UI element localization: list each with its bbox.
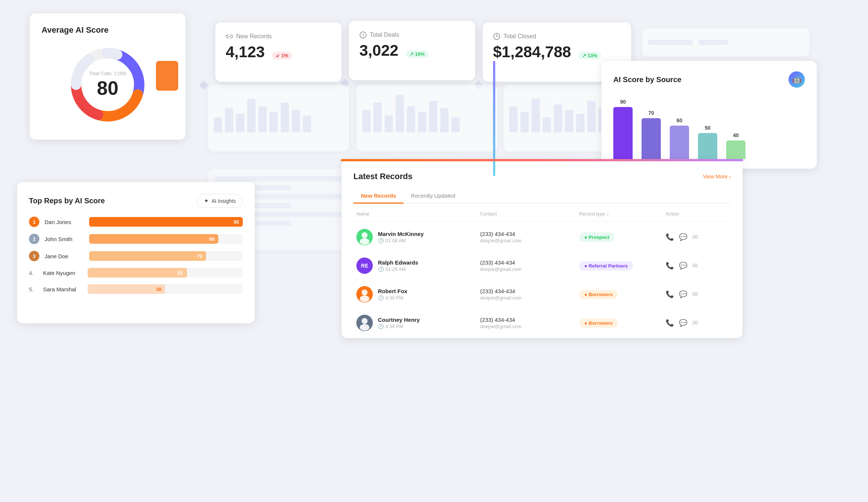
email-icon-4[interactable]: ✉ xyxy=(692,319,698,327)
donut-chart: Total Calls: 2,000 80 xyxy=(67,44,149,126)
record-row-2: RE Ralph Edwards 🕐 01:28 AM (233) 434-43… xyxy=(353,252,731,280)
badge-borrowers-3: ● Borrowers xyxy=(579,290,618,299)
rep-row-1: 1 Dan Jones 95 xyxy=(29,217,243,227)
rank-badge-2: 2 xyxy=(29,234,39,244)
bar-col-4: 50 xyxy=(698,125,717,159)
avg-ai-score-title: Average AI Score xyxy=(42,25,174,35)
avatar-marvin xyxy=(356,229,373,245)
svg-point-10 xyxy=(360,238,369,245)
source-avatar: 🤖 xyxy=(789,71,805,88)
donut-inner: Total Calls: 2,000 80 xyxy=(67,44,149,126)
record-row-1: Marvin McKinney 🕐 01:08 AM (233) 434-434… xyxy=(353,223,731,252)
message-icon-4[interactable]: 💬 xyxy=(679,319,687,327)
svg-point-16 xyxy=(360,324,369,331)
tab-new-records[interactable]: New Records xyxy=(353,189,404,204)
score-value: 80 xyxy=(97,77,118,99)
rep-row-3: 3 Jane Doe 72 xyxy=(29,251,243,261)
new-records-label: New Records xyxy=(226,33,331,40)
svg-point-12 xyxy=(362,289,368,295)
record-row-3: Robert Fox 🕐 4:30 PM (233) 434-434 doejo… xyxy=(353,280,731,309)
color-accent-bar xyxy=(341,159,743,161)
total-deals-value: 3,022 xyxy=(359,42,398,59)
ai-score-source-card: AI Score by Source 🤖 90 70 60 50 xyxy=(601,61,817,169)
rank-badge-1: 1 xyxy=(29,217,39,227)
source-chart: 90 70 60 50 40 xyxy=(613,95,805,162)
rep-row-5: 5. Sara Marshal 48 xyxy=(29,284,243,294)
svg-point-13 xyxy=(360,295,369,302)
latest-records-title: Latest Records xyxy=(353,172,412,181)
call-icon-2[interactable]: 📞 xyxy=(666,262,674,270)
calls-label: Total Calls: 2,000 xyxy=(89,71,126,76)
call-icon-3[interactable]: 📞 xyxy=(666,290,674,298)
bar-col-5: 40 xyxy=(726,132,745,159)
avatar-ralph: RE xyxy=(356,258,373,274)
bar-col-2: 70 xyxy=(642,110,661,159)
email-icon-2[interactable]: ✉ xyxy=(692,262,698,270)
tab-recently-updated[interactable]: Recently Updated xyxy=(404,189,463,204)
total-deals-badge: ↗ 10% xyxy=(406,50,428,58)
new-records-value: 4,123 xyxy=(226,43,265,61)
call-icon-1[interactable]: 📞 xyxy=(666,233,674,241)
bar-col-1: 90 xyxy=(613,99,633,159)
total-closed-badge: ↗ 13% xyxy=(578,52,601,59)
rep-row-4: 4. Kate Nyugen 61 xyxy=(29,268,243,278)
latest-records-header: Latest Records View More › xyxy=(353,172,731,181)
ai-score-source-title: AI Score by Source xyxy=(613,75,681,84)
message-icon-2[interactable]: 💬 xyxy=(679,262,687,270)
total-closed-label: Total Closed xyxy=(493,33,621,40)
total-deals-card: Total Deals 3,022 ↗ 10% xyxy=(349,21,475,80)
bar-col-3: 60 xyxy=(670,117,689,159)
message-icon-3[interactable]: 💬 xyxy=(679,290,687,298)
avatar-courtney xyxy=(356,315,373,331)
total-closed-value: $1,284,788 xyxy=(493,43,571,61)
view-more-link[interactable]: View More › xyxy=(703,174,731,179)
table-header: Name Contact Record type ↕ Action xyxy=(353,211,731,221)
svg-point-9 xyxy=(362,232,368,238)
svg-point-15 xyxy=(362,318,368,324)
top-reps-title: Top Reps by AI Score xyxy=(29,197,105,205)
rep-row-2: 2 John Smith 80 xyxy=(29,234,243,244)
email-icon-1[interactable]: ✉ xyxy=(692,233,698,241)
records-tabs: New Records Recently Updated xyxy=(353,189,731,204)
message-icon-1[interactable]: 💬 xyxy=(679,233,687,241)
avatar-robert xyxy=(356,286,373,302)
new-records-badge: ↙ 1% xyxy=(272,52,292,59)
rank-badge-3: 3 xyxy=(29,251,39,261)
record-row-4: Courtney Henry 🕐 4:34 PM (233) 434-434 d… xyxy=(353,309,731,337)
new-records-card: New Records 4,123 ↙ 1% xyxy=(215,22,342,82)
badge-borrowers-4: ● Borrowers xyxy=(579,318,618,328)
badge-referral-2: ● Referral Partners xyxy=(579,261,633,271)
call-icon-4[interactable]: 📞 xyxy=(666,319,674,327)
total-deals-label: Total Deals xyxy=(359,31,465,39)
latest-records-card: Latest Records View More › New Records R… xyxy=(342,160,743,338)
top-reps-header: Top Reps by AI Score ✦ AI Insights xyxy=(29,194,243,208)
ai-insights-button[interactable]: ✦ AI Insights xyxy=(197,194,243,208)
badge-prospect-1: ● Prospect xyxy=(579,233,614,242)
top-reps-card: Top Reps by AI Score ✦ AI Insights 1 Dan… xyxy=(17,182,255,323)
email-icon-3[interactable]: ✉ xyxy=(692,290,698,298)
